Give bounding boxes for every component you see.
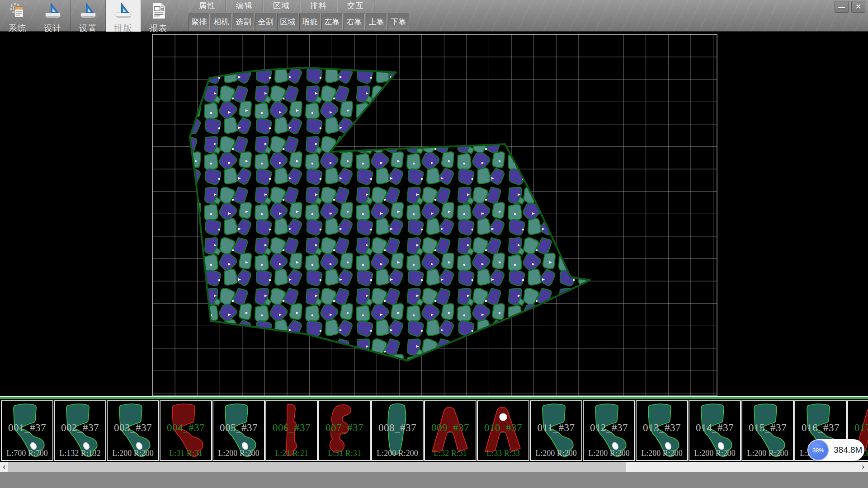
menu-item-排料[interactable]: 排料: [300, 0, 337, 12]
piece-thumbnail[interactable]: 007_#37L:31 R:31: [318, 400, 371, 461]
app-tab-排版[interactable]: 排版: [106, 0, 141, 32]
piece-id: 009_#37: [425, 422, 476, 434]
piece-lr-count: L:200 R:200: [637, 449, 687, 458]
piece-id: 007_#37: [319, 422, 370, 434]
scrollbar-thumb[interactable]: [8, 462, 626, 472]
piece-thumbnail[interactable]: 005_#37L:200 R:200: [212, 400, 265, 461]
piece-id: 017_#37: [848, 422, 868, 434]
piece-id: 010_#37: [478, 422, 528, 434]
piece-thumbnail[interactable]: 008_#37L:200 R:200: [371, 400, 424, 461]
piece-lr-count: L:200 R:200: [742, 449, 793, 458]
report-icon: [149, 1, 168, 22]
tool-button-上靠[interactable]: 上靠: [366, 14, 387, 30]
horizontal-scrollbar[interactable]: ‹ ›: [0, 462, 868, 472]
piece-lr-count: L:32 R:31: [425, 449, 476, 458]
tool-button-右靠[interactable]: 右靠: [344, 14, 365, 30]
piece-id: 013_#37: [637, 422, 687, 434]
piece-id: 001_#37: [2, 422, 52, 434]
piece-lr-count: L:200 R:200: [584, 449, 634, 458]
progress-circle: 38%: [808, 440, 829, 460]
nesting-canvas[interactable]: [0, 32, 868, 396]
tool-button-左靠[interactable]: 左靠: [321, 14, 343, 30]
menu-item-属性[interactable]: 属性: [189, 0, 226, 12]
piece-id: 014_#37: [689, 422, 740, 434]
layout-icon: [114, 1, 133, 22]
piece-lr-count: L:200 R:200: [689, 449, 740, 458]
piece-thumbnail[interactable]: 013_#37L:200 R:200: [636, 400, 688, 461]
nesting-view: [0, 32, 868, 396]
piece-id: 002_#37: [55, 422, 105, 434]
piece-id: 005_#37: [213, 422, 264, 434]
app-tab-系统[interactable]: 系统: [0, 0, 35, 32]
tool-button-选割[interactable]: 选割: [233, 14, 254, 30]
piece-thumbnail[interactable]: 012_#37L:200 R:200: [583, 400, 635, 461]
piece-thumbnail[interactable]: 003_#37L:200 R:200: [107, 400, 159, 461]
tool-button-相机[interactable]: 相机: [211, 14, 232, 30]
piece-thumbnail[interactable]: 006_#37L:21 R:21: [265, 400, 318, 461]
piece-lr-count: L:33 R:33: [478, 449, 528, 458]
piece-id: 004_#37: [160, 422, 211, 434]
status-bar: [0, 472, 868, 488]
menu-item-区域[interactable]: 区域: [263, 0, 300, 12]
piece-lr-count: L:200 R:200: [372, 449, 423, 458]
piece-id: 003_#37: [108, 422, 158, 434]
app-tab-设置[interactable]: 设置: [71, 0, 106, 32]
piece-lr-count: L:200 R:200: [108, 449, 158, 458]
piece-thumbnail[interactable]: 015_#37L:200 R:200: [741, 400, 794, 461]
close-button[interactable]: ✕: [851, 1, 865, 13]
tool-button-区域[interactable]: 区域: [277, 14, 298, 30]
tool-button-全割[interactable]: 全割: [255, 14, 276, 30]
minimize-button[interactable]: —: [835, 1, 849, 13]
piece-thumbnail[interactable]: 004_#37L:31 R:31: [160, 400, 212, 461]
menu-item-交互[interactable]: 交互: [337, 0, 374, 12]
piece-thumbnail[interactable]: 002_#37L:132 R:132: [54, 400, 106, 461]
piece-lr-count: L:21 R:21: [266, 449, 317, 458]
app-tabs: 系统设计设置排版报表: [0, 0, 176, 32]
scroll-left-icon[interactable]: ‹: [0, 462, 8, 472]
app-window: 系统设计设置排版报表 属性编辑区域排料交互 聚排相机选割全割区域瑕疵左靠右靠上靠…: [0, 0, 868, 488]
piece-id: 015_#37: [742, 422, 793, 434]
piece-id: 016_#37: [795, 422, 846, 434]
piece-lr-count: L:700 R:700: [2, 449, 52, 458]
piece-id: 008_#37: [372, 422, 423, 434]
piece-lr-count: L:132 R:132: [55, 449, 105, 458]
piece-lr-count: L:200 R:200: [213, 449, 264, 458]
menu-bar: 属性编辑区域排料交互: [189, 0, 374, 12]
window-controls: — ✕: [835, 1, 865, 13]
menu-item-编辑[interactable]: 编辑: [226, 0, 263, 12]
tool-button-下靠[interactable]: 下靠: [388, 14, 409, 30]
system-icon: [8, 1, 27, 22]
tool-bar: 聚排相机选割全割区域瑕疵左靠右靠上靠下靠: [189, 14, 410, 30]
memory-value: 384.8M: [834, 445, 862, 455]
pieces-strip: 001_#37L:700 R:700002_#37L:132 R:132003_…: [0, 399, 868, 462]
app-tab-报表[interactable]: 报表: [141, 0, 176, 32]
titlebar: 系统设计设置排版报表 属性编辑区域排料交互 聚排相机选割全割区域瑕疵左靠右靠上靠…: [0, 0, 868, 32]
tool-button-瑕疵[interactable]: 瑕疵: [299, 14, 321, 30]
app-tab-设计[interactable]: 设计: [35, 0, 71, 32]
piece-thumbnail[interactable]: 011_#37L:200 R:200: [530, 400, 582, 461]
piece-lr-count: L:31 R:31: [319, 449, 370, 458]
piece-id: 006_#37: [266, 422, 317, 434]
tool-button-聚排[interactable]: 聚排: [189, 14, 210, 30]
piece-lr-count: L:200 R:200: [531, 449, 581, 458]
design-icon: [43, 1, 62, 22]
memory-badge[interactable]: 38% 384.8M: [807, 439, 864, 461]
piece-thumbnail[interactable]: 001_#37L:700 R:700: [1, 400, 53, 461]
piece-id: 011_#37: [531, 422, 581, 434]
piece-thumbnail[interactable]: 010_#37L:33 R:33: [477, 400, 529, 461]
piece-thumbnail[interactable]: 009_#37L:32 R:31: [424, 400, 476, 461]
piece-id: 012_#37: [584, 422, 634, 434]
piece-lr-count: L:31 R:31: [160, 449, 211, 458]
piece-thumbnail[interactable]: 014_#37L:200 R:200: [689, 400, 741, 461]
settings-icon: [79, 1, 98, 22]
scroll-right-icon[interactable]: ›: [859, 462, 867, 472]
